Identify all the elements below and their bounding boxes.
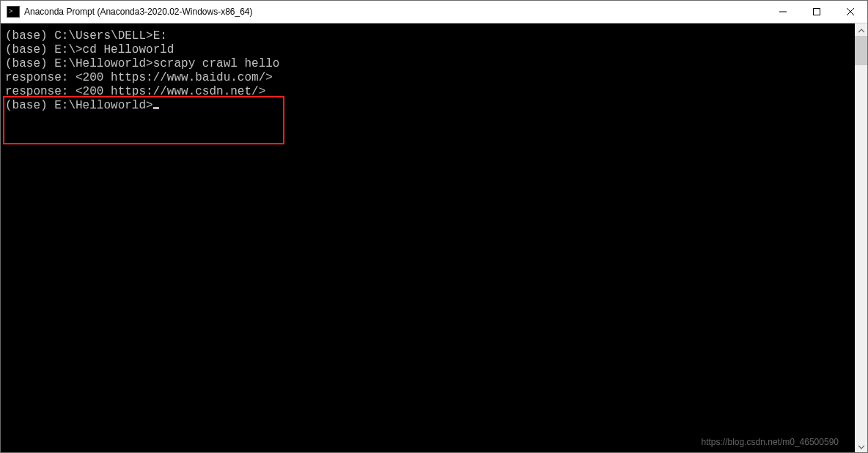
scrollbar-track[interactable] <box>855 36 867 440</box>
titlebar[interactable]: Anaconda Prompt (Anaconda3-2020.02-Windo… <box>1 1 867 23</box>
close-button[interactable] <box>834 1 867 23</box>
app-window: Anaconda Prompt (Anaconda3-2020.02-Windo… <box>0 0 868 453</box>
app-icon <box>7 6 20 18</box>
terminal-line: response: <200 https://www.csdn.net/> <box>5 85 850 99</box>
client-area: (base) C:\Users\DELL>E:(base) E:\>cd Hel… <box>1 23 867 452</box>
maximize-button[interactable] <box>800 1 834 23</box>
maximize-icon <box>813 5 820 18</box>
svg-rect-1 <box>814 9 820 15</box>
scroll-down-button[interactable] <box>855 440 867 452</box>
terminal-cursor <box>153 107 159 109</box>
chevron-up-icon <box>858 23 864 37</box>
close-icon <box>847 5 854 18</box>
watermark-text: https://blog.csdn.net/m0_46500590 <box>702 435 839 449</box>
terminal-line: response: <200 https://www.baidu.com/> <box>5 71 850 85</box>
terminal-line: (base) E:\Helloworld>scrapy crawl hello <box>5 57 850 71</box>
window-title: Anaconda Prompt (Anaconda3-2020.02-Windo… <box>24 7 253 17</box>
chevron-down-icon <box>858 440 864 453</box>
minimize-button[interactable] <box>766 1 800 23</box>
terminal-line: (base) E:\>cd Helloworld <box>5 43 850 57</box>
terminal-line: (base) C:\Users\DELL>E: <box>5 29 850 43</box>
scroll-up-button[interactable] <box>855 23 867 36</box>
scrollbar-thumb[interactable] <box>855 36 867 65</box>
vertical-scrollbar[interactable] <box>855 23 867 452</box>
terminal-output[interactable]: (base) C:\Users\DELL>E:(base) E:\>cd Hel… <box>1 23 855 452</box>
minimize-icon <box>779 5 787 18</box>
terminal-line: (base) E:\Helloworld> <box>5 99 850 113</box>
